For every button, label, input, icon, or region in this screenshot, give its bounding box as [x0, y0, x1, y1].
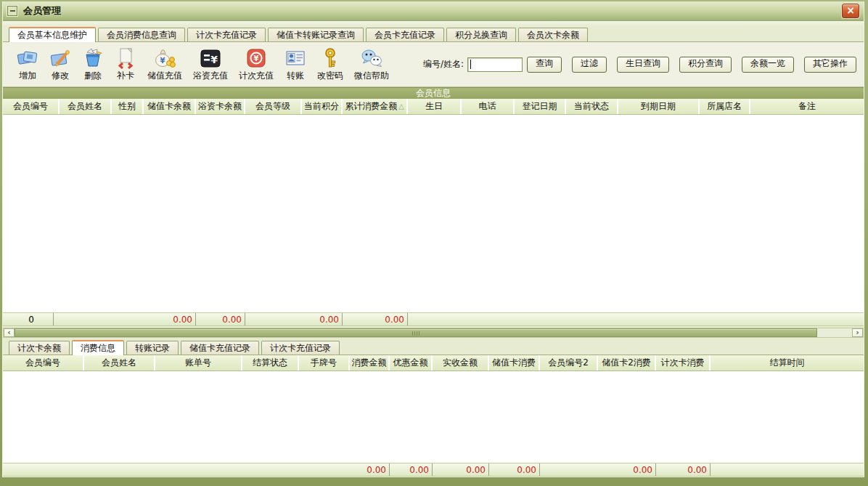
tab-transfer-records[interactable]: 转账记录: [126, 341, 179, 355]
bath-fee-recharge-button[interactable]: ¥ 浴资充值: [189, 46, 232, 84]
tab-member-consume-query[interactable]: 会员消费信息查询: [98, 28, 185, 41]
col-expiry-date[interactable]: 到期日期: [618, 99, 700, 114]
member-info-band: 会员信息: [3, 87, 864, 99]
footer-d-count-card-consume: 0.00: [656, 463, 711, 476]
footer-d-member-id2-spacer: [540, 463, 598, 476]
member-grid-body[interactable]: [3, 115, 864, 312]
query-button[interactable]: 查询: [527, 57, 562, 73]
col-d-discount-amount[interactable]: 优惠金额: [390, 355, 433, 370]
col-birthday[interactable]: 生日: [408, 99, 462, 114]
col-d-hand-tag-no[interactable]: 手牌号: [299, 355, 350, 370]
tab-count-card-recharge-records[interactable]: 计次卡充值记录: [187, 28, 266, 41]
toolbar-label: 计次充值: [239, 70, 274, 82]
col-d-stored-card2-consume[interactable]: 储值卡2消费: [598, 355, 656, 370]
col-d-consume-amount[interactable]: 消费金额: [350, 355, 390, 370]
col-d-bill-no[interactable]: 账单号: [155, 355, 242, 370]
col-member-id[interactable]: 会员编号: [3, 99, 60, 114]
delete-member-button[interactable]: 删除: [78, 46, 107, 84]
col-register-date[interactable]: 登记日期: [515, 99, 566, 114]
toolbar-label: 修改: [52, 70, 69, 82]
footer-spacer: [408, 313, 864, 325]
tab-count-card-recharge-records2[interactable]: 计次卡充值记录: [261, 341, 340, 355]
toolbar-label: 增加: [19, 70, 36, 82]
col-member-name[interactable]: 会员姓名: [60, 99, 112, 114]
scrollbar-thumb[interactable]: [15, 328, 817, 337]
col-gender[interactable]: 性别: [112, 99, 144, 114]
col-d-stored-card-consume[interactable]: 储值卡消费: [489, 355, 540, 370]
scroll-right-button[interactable]: ›: [852, 328, 863, 337]
titlebar[interactable]: 会员管理 ×: [3, 1, 864, 21]
reissue-card-button[interactable]: 补卡: [111, 46, 140, 84]
reissue-card-icon: [115, 47, 136, 69]
toolbar: 增加 修改 删除: [3, 42, 864, 87]
col-total-consumption[interactable]: 累计消费金额 △: [343, 99, 408, 114]
close-icon: ×: [846, 4, 855, 16]
other-operations-button[interactable]: 其它操作: [804, 57, 856, 73]
tab-member-basic-info[interactable]: 会员基本信息维护: [9, 27, 96, 42]
transfer-button[interactable]: 转账: [281, 46, 310, 84]
col-bath-card-balance[interactable]: 浴资卡余额: [196, 99, 245, 114]
footer-d-spacer-left: [3, 463, 350, 476]
scrollbar-grip: [412, 331, 419, 336]
footer-d-discount-amount: 0.00: [390, 463, 433, 476]
footer-d-paid-amount: 0.00: [433, 463, 489, 476]
col-store-name[interactable]: 所属店名: [700, 99, 750, 114]
balance-overview-button[interactable]: 余额一览: [742, 57, 794, 73]
col-remark[interactable]: 备注: [750, 99, 864, 114]
col-d-count-card-consume[interactable]: 计次卡消费: [656, 355, 711, 370]
toolbar-label: 改密码: [317, 70, 343, 82]
tab-member-count-card-balance[interactable]: 会员次卡余额: [518, 28, 588, 41]
footer-stored-card-balance: 0.00: [54, 313, 196, 325]
tab-points-exchange-query[interactable]: 积分兑换查询: [446, 28, 516, 41]
app-icon: [7, 6, 17, 16]
col-d-member-id[interactable]: 会员编号: [3, 355, 84, 370]
col-stored-card-balance[interactable]: 储值卡余额: [144, 99, 196, 114]
wechat-help-button[interactable]: 微信帮助: [351, 46, 393, 84]
col-current-status[interactable]: 当前状态: [566, 99, 618, 114]
add-card-icon: [17, 47, 38, 69]
moneybag-recharge-icon: ¥: [154, 47, 176, 69]
detail-grid-body[interactable]: [3, 371, 864, 463]
points-query-button[interactable]: 积分查询: [679, 57, 732, 73]
col-d-settle-time[interactable]: 结算时间: [711, 355, 864, 370]
tab-consume-info[interactable]: 消费信息: [72, 340, 124, 355]
col-phone[interactable]: 电话: [462, 99, 515, 114]
footer-d-stored-card2-consume: 0.00: [598, 463, 656, 476]
add-member-button[interactable]: 增加: [13, 46, 42, 84]
tab-stored-card-recharge-records[interactable]: 储值卡充值记录: [181, 341, 259, 355]
scroll-left-button[interactable]: ‹: [4, 328, 15, 337]
col-d-member-name[interactable]: 会员姓名: [84, 355, 155, 370]
detail-grid-footer: 0.00 0.00 0.00 0.00 0.00 0.00: [3, 463, 864, 477]
filter-button[interactable]: 过滤: [572, 57, 607, 73]
change-password-button[interactable]: 改密码: [314, 46, 347, 84]
detail-tab-bar: 计次卡余额 消费信息 转账记录 储值卡充值记录 计次卡充值记录: [3, 341, 864, 355]
tab-count-card-balance[interactable]: 计次卡余额: [9, 341, 70, 355]
stored-value-recharge-button[interactable]: ¥ 储值充值: [144, 46, 186, 84]
horizontal-scrollbar[interactable]: ‹ ›: [3, 328, 864, 338]
search-label: 编号/姓名:: [423, 58, 464, 70]
footer-d-stored-card-consume: 0.00: [489, 463, 540, 476]
close-button[interactable]: ×: [842, 4, 859, 18]
col-d-settle-status[interactable]: 结算状态: [242, 355, 299, 370]
birthday-query-button[interactable]: 生日查询: [617, 57, 669, 73]
footer-current-points: 0.00: [245, 313, 343, 325]
footer-d-consume-amount: 0.00: [350, 463, 390, 476]
main-tab-bar: 会员基本信息维护 会员消费信息查询 计次卡充值记录 储值卡转账记录查询 会员卡充…: [3, 27, 864, 42]
count-recharge-button[interactable]: ¥ 计次充值: [235, 46, 277, 84]
text-caret: [470, 60, 471, 69]
toolbar-label: 补卡: [117, 70, 134, 82]
col-d-member-id2[interactable]: 会员编号2: [540, 355, 598, 370]
search-input[interactable]: [467, 57, 523, 72]
tab-stored-card-transfer-records[interactable]: 储值卡转账记录查询: [268, 28, 364, 41]
col-current-points[interactable]: 当前积分: [302, 99, 343, 114]
footer-member-count: 0: [3, 313, 54, 325]
wechat-help-icon: [361, 47, 382, 69]
sort-ascending-icon: △: [398, 102, 404, 110]
edit-member-button[interactable]: 修改: [46, 46, 75, 84]
tab-member-card-recharge-records[interactable]: 会员卡充值记录: [366, 28, 444, 41]
col-d-paid-amount[interactable]: 实收金额: [433, 355, 489, 370]
col-member-level[interactable]: 会员等级: [245, 99, 302, 114]
scrollbar-track[interactable]: [817, 328, 852, 337]
search-zone: 编号/姓名: 查询 过滤 生日查询 积分查询 余额一览 其它操作: [423, 57, 856, 73]
svg-text:¥: ¥: [210, 53, 218, 65]
